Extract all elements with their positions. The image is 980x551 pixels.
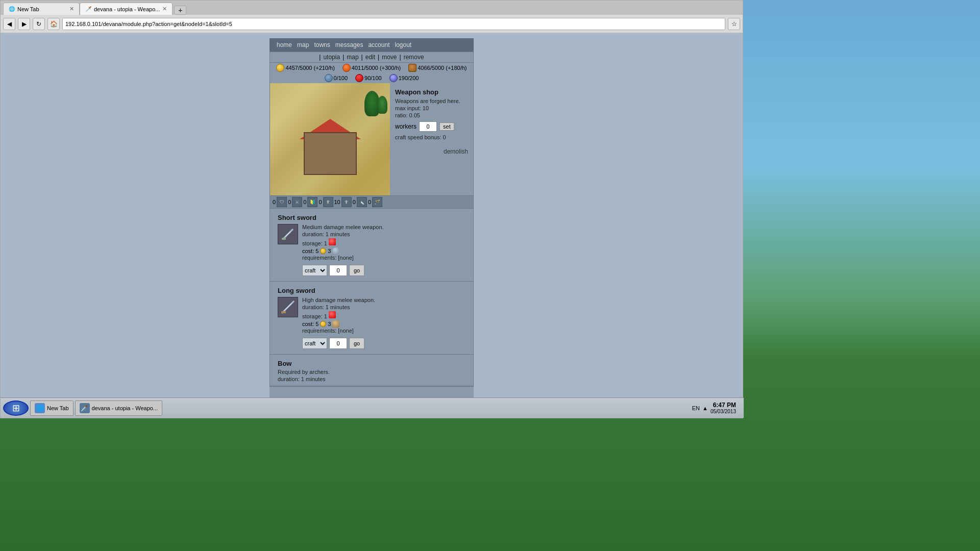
tab-icon: 🌐 (9, 6, 15, 12)
forward-button[interactable]: ▶ (18, 18, 30, 30)
cost-gold-amount: 5 (315, 321, 318, 327)
refresh-button[interactable]: ↻ (33, 18, 45, 30)
tray-arrow: ▲ (702, 405, 708, 411)
nav-map[interactable]: map (295, 40, 311, 49)
new-tab-button[interactable]: + (174, 6, 186, 15)
item-short-sword: Short sword Medium damage melee weapon. … (270, 209, 473, 282)
item-long-sword-details: High damage melee weapon. duration: 1 mi… (302, 297, 468, 349)
building-ratio: ratio: 0.05 (395, 112, 468, 118)
tab-close-button[interactable]: ✕ (69, 6, 74, 12)
address-bar[interactable] (62, 18, 725, 30)
item-short-sword-body: Medium damage melee weapon. duration: 1 … (278, 224, 468, 276)
cost-gold-icon (320, 321, 326, 327)
mana-resource: 190/200 (389, 74, 419, 82)
game-icon-glyph: 🗡️ (81, 405, 88, 412)
nav-home[interactable]: home (275, 40, 294, 49)
item-short-sword-requirements: requirements: [none] (302, 255, 468, 261)
nav-logout[interactable]: logout (393, 40, 413, 49)
home-button[interactable]: 🏠 (47, 18, 60, 30)
item-long-sword-description: High damage melee weapon. (302, 297, 468, 303)
item-short-sword-icon (278, 224, 298, 244)
browser-taskbar-icon: 🌐 (35, 403, 45, 413)
item-long-sword: Long sword High damage melee weapon. dur… (270, 282, 473, 355)
item-bow: Bow Required by archers. duration: 1 min… (270, 355, 473, 386)
browser-toolbar: ◀ ▶ ↻ 🏠 ☆ (1, 15, 743, 33)
item-long-sword-go-button[interactable]: go (349, 338, 364, 349)
resources-row-2: 0/100 90/100 190/200 (270, 73, 473, 83)
item-long-sword-qty-input[interactable] (329, 338, 347, 349)
tab-active-close-button[interactable]: ✕ (162, 6, 167, 12)
nav-account[interactable]: account (366, 40, 391, 49)
separator: | (342, 54, 344, 61)
nav-messages[interactable]: messages (333, 40, 365, 49)
taskbar-item-browser[interactable]: 🌐 New Tab (30, 400, 74, 416)
set-workers-button[interactable]: set (439, 122, 454, 131)
start-icon: ⊞ (12, 403, 20, 414)
building-name: Weapon shop (395, 88, 468, 96)
weapon-icon-longsword: 🗡 (341, 197, 352, 207)
link-edit[interactable]: edit (365, 54, 375, 61)
weapon-icon-sword: ⚔ (292, 197, 302, 207)
top-navigation: home map towns messages account logout (270, 38, 474, 52)
weapon-count-0: 0 (273, 199, 276, 205)
workers-input[interactable] (419, 121, 437, 132)
item-short-sword-qty-input[interactable] (329, 265, 347, 276)
demolish-link[interactable]: demolish (395, 148, 468, 155)
link-move[interactable]: move (382, 54, 397, 61)
resource-links: | utopia | map | edit | move | remove (270, 52, 473, 63)
craft-speed-bonus: craft speed bonus: 0 (395, 134, 468, 140)
item-short-sword-craft-select[interactable]: craft equip (302, 265, 327, 276)
main-panel: | utopia | map | edit | move | remove 44… (270, 52, 474, 387)
link-utopia[interactable]: utopia (323, 54, 340, 61)
item-long-sword-cost: cost: 5 3 (302, 320, 468, 328)
language-indicator: EN (692, 405, 700, 411)
browser-window: 🌐 New Tab ✕ 🗡️ devana - utopia - Weapo..… (0, 0, 743, 418)
item-long-sword-body: High damage melee weapon. duration: 1 mi… (278, 297, 468, 349)
tab-active-icon: 🗡️ (85, 6, 91, 12)
start-button[interactable]: ⊞ (3, 400, 29, 416)
weapon-count-3: 0 (318, 199, 322, 205)
tab-bar: 🌐 New Tab ✕ 🗡️ devana - utopia - Weapo..… (1, 1, 743, 15)
wood-value: 4066/5000 (+180/h) (418, 65, 467, 71)
taskbar-game-label: devana - utopia - Weapo... (92, 405, 158, 411)
weapon-icons-bar: 0 🛡 0 ⚔ 0 🔰 0 🗡 10 🗡 0 🔪 0 🪄 (270, 195, 473, 209)
weapon-icon-shield: 🛡 (277, 197, 287, 207)
tab-active[interactable]: 🗡️ devana - utopia - Weapo... ✕ (80, 3, 173, 15)
item-bow-description: Required by archers. (278, 369, 468, 375)
item-long-sword-requirements: requirements: [none] (302, 328, 468, 334)
gold-value: 4457/5000 (+210/h) (285, 65, 334, 71)
svg-rect-2 (282, 238, 286, 240)
gold-resource: 4457/5000 (+210/h) (276, 64, 334, 72)
link-remove[interactable]: remove (404, 54, 424, 61)
system-tray: EN ▲ 6:47 PM 05/03/2013 (692, 402, 741, 414)
tab-new-tab[interactable]: 🌐 New Tab ✕ (3, 3, 80, 15)
browser-icon-glyph: 🌐 (36, 405, 44, 412)
weapon-icon-staff: 🪄 (372, 197, 382, 207)
game-container: home map towns messages account logout |… (270, 38, 474, 403)
taskbar-item-game[interactable]: 🗡️ devana - utopia - Weapo... (75, 400, 162, 416)
item-long-sword-duration: duration: 1 minutes (302, 304, 468, 310)
item-long-sword-icon (278, 297, 298, 317)
star-button[interactable]: ☆ (728, 18, 740, 30)
nav-towns[interactable]: towns (312, 40, 332, 49)
cost-label: cost: (302, 321, 314, 327)
pop-value: 0/100 (334, 75, 348, 81)
item-long-sword-storage: storage: 1 (302, 311, 468, 319)
wood-icon (408, 64, 416, 72)
weapon-count-6: 0 (368, 199, 371, 205)
food-icon (342, 64, 351, 72)
separator: | (400, 54, 401, 61)
item-short-sword-go-button[interactable]: go (349, 265, 364, 276)
separator: | (378, 54, 379, 61)
item-long-sword-name: Long sword (278, 287, 468, 294)
weapon-icon-buckler: 🔰 (307, 197, 317, 207)
back-button[interactable]: ◀ (3, 18, 15, 30)
food-value: 4011/5000 (+300/h) (352, 65, 401, 71)
item-bow-duration: duration: 1 minutes (278, 376, 468, 382)
weapon-count-5: 0 (353, 199, 356, 205)
cost-gold-amount: 5 (315, 248, 318, 254)
building-area: Weapon shop Weapons are forged here. max… (270, 83, 473, 195)
cost-ore-icon (332, 247, 339, 255)
item-long-sword-craft-select[interactable]: craft equip (302, 338, 327, 349)
link-map[interactable]: map (347, 54, 358, 61)
